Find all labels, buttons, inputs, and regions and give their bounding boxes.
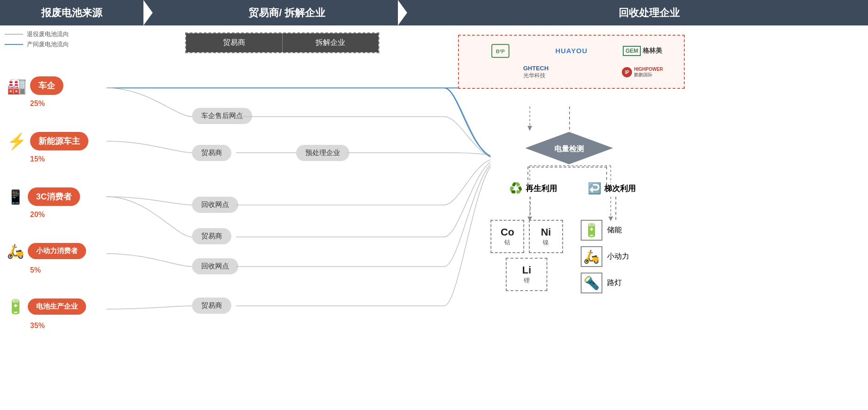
mid-header-trader: 贸易商 [186, 33, 282, 52]
cascade-icon: ↩️ [588, 182, 601, 195]
streetlight-label: 路灯 [607, 278, 622, 288]
trader2-pill: 贸易商 [192, 228, 231, 244]
branch-cascade: ↩️ 梯次利用 [588, 182, 636, 195]
header-arrow2 [398, 0, 440, 25]
li-name: 锂 [516, 276, 537, 285]
material-co: Co 钴 [490, 220, 524, 253]
mid-preprocess: 预处理企业 [296, 145, 349, 161]
use-storage: 🔋 储能 [581, 220, 629, 241]
aftersale-label: 车企售后网点 [201, 112, 243, 119]
ev-pct: 15% [30, 155, 45, 163]
3c-icon: 📱 [7, 189, 24, 205]
3c-label: 3C消费者 [36, 192, 72, 201]
mid-header-dismantler: 拆解企业 [282, 33, 379, 52]
car-label: 车企 [38, 81, 55, 90]
source-battery: 🔋 电池生产企业 [7, 298, 86, 315]
trader1-label: 贸易商 [201, 149, 222, 156]
streetlight-icon: 🔦 [581, 273, 602, 293]
mid-aftersale: 车企售后网点 [192, 108, 252, 124]
mid-trader1: 贸易商 [192, 145, 231, 161]
battery-label: 电池生产企业 [36, 302, 78, 310]
company-logos-box: B²P HUAYOU GEM 格林美 GHTECH 光华科技 IP [458, 35, 685, 89]
header-col2: 贸易商/ 拆解企业 [176, 0, 398, 25]
legend-gray-text: 退役废电池流向 [27, 30, 69, 38]
source-ev: ⚡ 新能源车主 [7, 132, 88, 150]
trader3-pill: 贸易商 [192, 298, 231, 314]
diamond-container: 电量检测 [523, 130, 615, 168]
small-pct: 5% [30, 266, 41, 274]
recycle1-pill: 回收网点 [192, 197, 238, 213]
legend-blue-text: 产间废电池流向 [27, 40, 69, 49]
logo-huayou: HUAYOU [555, 47, 588, 55]
small-badge: 小动力消费者 [28, 243, 86, 259]
mid-recycle2: 回收网点 [192, 258, 238, 274]
header-col1: 报废电池来源 [0, 0, 143, 25]
legend-blue: 产间废电池流向 [5, 40, 69, 49]
legend-gray: 退役废电池流向 [5, 30, 69, 38]
cascade-label: 梯次利用 [604, 183, 636, 194]
small-power-label: 小动力 [607, 252, 629, 261]
material-ni: Ni 镍 [529, 220, 563, 253]
legend-gray-line [5, 34, 23, 35]
recycle-icon: ♻️ [509, 182, 523, 195]
connector-diamond-h [527, 167, 607, 168]
main-diagram: 报废电池来源 贸易商/ 拆解企业 回收处理企业 退役废电池流向 产间废电池流向 … [0, 0, 868, 410]
ni-name: 镍 [539, 238, 552, 247]
diamond-label: 电量检测 [554, 144, 584, 154]
co-name: 钴 [501, 238, 514, 247]
trader3-label: 贸易商 [201, 301, 222, 309]
car-icon: 🏭 [7, 76, 26, 95]
connector-cascade-down [615, 197, 616, 220]
recycle1-label: 回收网点 [201, 200, 229, 208]
preprocess-label: 预处理企业 [305, 149, 340, 156]
recycle-label: 再生利用 [526, 183, 557, 194]
svg-marker-1 [398, 0, 440, 25]
small-power-icon: 🛵 [581, 246, 602, 267]
storage-label: 储能 [607, 225, 622, 235]
3c-pct: 20% [30, 211, 45, 219]
ev-badge: 新能源车主 [30, 132, 88, 150]
connector-recycle-down [530, 197, 531, 220]
logo-bzp: B²P [491, 44, 509, 58]
header-col1-label: 报废电池来源 [41, 6, 102, 20]
legend: 退役废电池流向 产间废电池流向 [5, 30, 69, 49]
header-col3-label: 回收处理企业 [619, 6, 680, 20]
recycle2-label: 回收网点 [201, 262, 229, 270]
ev-label: 新能源车主 [38, 137, 80, 146]
battery-pct: 35% [30, 322, 45, 330]
storage-icon: 🔋 [581, 220, 602, 241]
svg-marker-0 [143, 0, 185, 25]
source-small: 🛵 小动力消费者 [7, 243, 86, 259]
ev-icon: ⚡ [7, 132, 26, 150]
car-pct: 25% [30, 99, 45, 108]
logo-highpower: IP HIGHPOWER 鹏鹏国际 [622, 67, 663, 78]
cascade-uses: 🔋 储能 🛵 小动力 🔦 路灯 [581, 220, 629, 293]
li-symbol: Li [516, 264, 537, 276]
small-label: 小动力消费者 [36, 247, 78, 255]
logo-gem: GEM 格林美 [623, 46, 662, 56]
preprocess-pill: 预处理企业 [296, 145, 349, 161]
header-arrow1 [143, 0, 185, 25]
3c-badge: 3C消费者 [28, 187, 80, 206]
legend-blue-line [5, 44, 23, 45]
battery-badge: 电池生产企业 [28, 298, 86, 315]
recycle2-pill: 回收网点 [192, 258, 238, 274]
branch-recycle: ♻️ 再生利用 [509, 182, 557, 195]
aftersale-pill: 车企售后网点 [192, 108, 252, 124]
small-icon: 🛵 [7, 243, 24, 259]
battery-icon: 🔋 [7, 298, 24, 315]
mid-trader3: 贸易商 [192, 298, 231, 314]
mid-recycle1: 回收网点 [192, 197, 238, 213]
use-small-power: 🛵 小动力 [581, 246, 629, 267]
trader2-label: 贸易商 [201, 232, 222, 240]
mid-header-box: 贸易商 拆解企业 [185, 32, 379, 53]
source-3c: 📱 3C消费者 [7, 187, 80, 206]
car-badge: 车企 [30, 76, 63, 95]
trader1-pill: 贸易商 [192, 145, 231, 161]
use-streetlight: 🔦 路灯 [581, 273, 629, 293]
header-col2-label: 贸易商/ 拆解企业 [248, 6, 325, 20]
source-car: 🏭 车企 [7, 76, 63, 95]
materials-container: Co 钴 Ni 镍 Li 锂 [490, 220, 563, 291]
co-symbol: Co [501, 226, 514, 238]
logo-ghtech: GHTECH 光华科技 [523, 65, 549, 80]
